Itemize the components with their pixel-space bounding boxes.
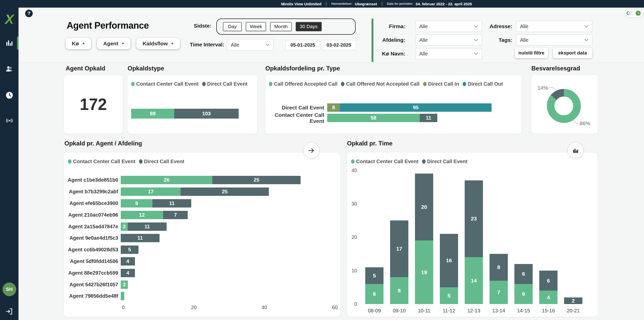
bar-segment[interactable]: 11 bbox=[121, 234, 160, 242]
tags-select[interactable]: Alle bbox=[516, 34, 592, 46]
legend-dot-icon bbox=[131, 82, 135, 86]
bar-segment[interactable]: 17 bbox=[390, 220, 408, 277]
time-interval-select[interactable]: Alle bbox=[227, 39, 273, 51]
legend-label: Direct Call In bbox=[428, 81, 459, 87]
bar-segment[interactable]: 8 bbox=[390, 277, 408, 304]
sidebar-item-agents[interactable] bbox=[0, 64, 19, 74]
bar-segment[interactable]: 9 bbox=[121, 199, 152, 208]
time-column: 220-21 bbox=[564, 297, 582, 304]
bar-value-label: 25 bbox=[254, 177, 259, 183]
period-button-30days[interactable]: 30 Days bbox=[296, 22, 322, 31]
bar-segment[interactable]: 4 bbox=[121, 269, 135, 277]
time-column: 17809-10 bbox=[390, 220, 408, 304]
date-to-field[interactable]: 03-02-2025 bbox=[322, 40, 356, 50]
bar-segment[interactable]: 17 bbox=[121, 187, 181, 196]
bar-segment[interactable]: 4 bbox=[539, 291, 558, 304]
bar-segment[interactable]: 11 bbox=[128, 222, 167, 231]
ko-filter-pill[interactable]: Kø bbox=[66, 38, 91, 49]
bar-segment[interactable]: 4 bbox=[121, 257, 135, 266]
bar-segment[interactable]: 5 bbox=[121, 246, 138, 254]
sidebar-item-live[interactable] bbox=[0, 116, 19, 126]
time-chart-legend: Contact Center Call EventDirect Call Eve… bbox=[351, 159, 471, 164]
bar-segment[interactable]: 5 bbox=[365, 267, 384, 284]
bar-segment[interactable]: 20 bbox=[415, 174, 433, 240]
besvarelsesgrad-card: 14% 86% bbox=[531, 75, 598, 134]
sign-out-button[interactable] bbox=[0, 306, 19, 316]
besvarelsesgrad-donut[interactable]: 14% 86% bbox=[531, 75, 598, 134]
bar-segment[interactable]: 2 bbox=[121, 280, 128, 289]
agent-label: Agent 88e297ccb599 bbox=[64, 270, 121, 276]
bar-track: 5811 bbox=[327, 114, 437, 122]
category-row: Contact Center Call Event5811 bbox=[265, 114, 521, 122]
legend-item[interactable]: Contact Center Call Event bbox=[68, 159, 135, 164]
adresse-select[interactable]: Alle bbox=[516, 21, 592, 32]
history-collapse-control[interactable] bbox=[624, 9, 642, 17]
period-button-week[interactable]: Week bbox=[246, 22, 266, 31]
ko-navn-label: Kø Navn: bbox=[372, 51, 405, 57]
time-interval-label: Time Interval: bbox=[190, 42, 224, 48]
agent-chart-drill-button[interactable] bbox=[304, 143, 319, 158]
sidebar-item-time[interactable] bbox=[0, 90, 19, 100]
bar-segment[interactable]: 58 bbox=[327, 114, 420, 122]
afdeling-select[interactable]: Alle bbox=[415, 34, 482, 46]
period-button-month[interactable]: Month bbox=[270, 22, 292, 31]
bar-segment[interactable]: 25 bbox=[212, 176, 301, 184]
help-button[interactable]: ? bbox=[25, 10, 33, 17]
bar-segment[interactable]: 6 bbox=[514, 284, 533, 304]
user-avatar[interactable]: SH bbox=[3, 283, 16, 296]
bar-segment[interactable]: 8 bbox=[490, 254, 508, 281]
reset-filters-button[interactable]: nulstil filtre bbox=[515, 48, 548, 58]
bar-segment[interactable]: 7 bbox=[163, 211, 188, 219]
mirolix-logo[interactable]: X bbox=[3, 12, 16, 28]
bar-value-label: 69 bbox=[150, 111, 155, 117]
afdeling-value: Alle bbox=[419, 37, 428, 43]
bar-segment[interactable]: 26 bbox=[121, 176, 212, 184]
bar-segment[interactable]: 25 bbox=[181, 187, 269, 196]
time-chart-type-button[interactable] bbox=[568, 143, 583, 158]
y-axis-tick: 20 bbox=[352, 234, 357, 240]
period-button-day[interactable]: Day bbox=[223, 22, 242, 31]
legend-label: Contact Center Call Event bbox=[136, 81, 199, 87]
time-column: 5608-09 bbox=[365, 267, 384, 304]
kaldsflow-filter-pill[interactable]: Kaldsflow bbox=[136, 38, 180, 49]
bar-segment[interactable]: 8 bbox=[327, 103, 340, 112]
bar-segment[interactable]: 69 bbox=[131, 109, 174, 119]
bar-segment[interactable]: 11 bbox=[152, 199, 191, 208]
legend-item[interactable]: Direct Call Event bbox=[139, 159, 184, 164]
date-from-field[interactable]: 05-01-2025 bbox=[285, 40, 320, 50]
bar-segment[interactable]: 6 bbox=[539, 271, 558, 291]
bar-segment[interactable]: 14 bbox=[465, 257, 483, 304]
legend-item[interactable]: Direct Call Event bbox=[422, 159, 467, 164]
legend-item[interactable]: Direct Call In bbox=[423, 81, 459, 87]
bar-segment[interactable]: 103 bbox=[174, 109, 239, 119]
export-data-button[interactable]: eksport data bbox=[553, 48, 592, 58]
bar-track: 211 bbox=[121, 222, 167, 231]
bar-segment[interactable]: 6 bbox=[365, 284, 384, 304]
agent-label: Agent 5df0fdd14506 bbox=[64, 258, 121, 264]
bar-segment[interactable]: 2 bbox=[121, 222, 128, 231]
bar-segment[interactable]: 95 bbox=[340, 103, 492, 112]
bar-segment[interactable]: 2 bbox=[564, 297, 582, 304]
bar-segment[interactable]: 12 bbox=[121, 211, 163, 219]
bar-segment[interactable]: 6 bbox=[514, 264, 533, 284]
bar-segment[interactable]: 19 bbox=[415, 240, 433, 304]
bar-segment[interactable]: 11 bbox=[420, 114, 437, 122]
bar-segment[interactable]: 16 bbox=[440, 234, 458, 287]
bar-segment[interactable]: 7 bbox=[490, 281, 508, 304]
bar-segment[interactable] bbox=[121, 292, 124, 300]
legend-item[interactable]: Call Offered Not Accepted Call bbox=[341, 81, 419, 87]
legend-item[interactable]: Contact Center Call Event bbox=[131, 81, 199, 87]
triple-chevron-left-icon bbox=[626, 10, 634, 16]
agent-filter-pill[interactable]: Agent bbox=[97, 38, 130, 49]
legend-item[interactable]: Call Offered Accepted Call bbox=[269, 81, 337, 87]
x-axis-tick: 11-12 bbox=[443, 308, 455, 314]
agent-row: Agent 88e297ccb5994 bbox=[64, 267, 340, 279]
bar-segment[interactable]: 5 bbox=[440, 287, 458, 304]
legend-item[interactable]: Direct Call Out bbox=[463, 81, 503, 87]
legend-item[interactable]: Contact Center Call Event bbox=[351, 159, 419, 164]
ko-navn-select[interactable]: Alle bbox=[415, 48, 482, 59]
firma-select[interactable]: Alle bbox=[415, 21, 482, 32]
bar-segment[interactable]: 23 bbox=[465, 180, 483, 257]
legend-item[interactable]: Direct Call Event bbox=[202, 81, 248, 87]
sidebar-item-dashboard[interactable] bbox=[0, 38, 19, 48]
